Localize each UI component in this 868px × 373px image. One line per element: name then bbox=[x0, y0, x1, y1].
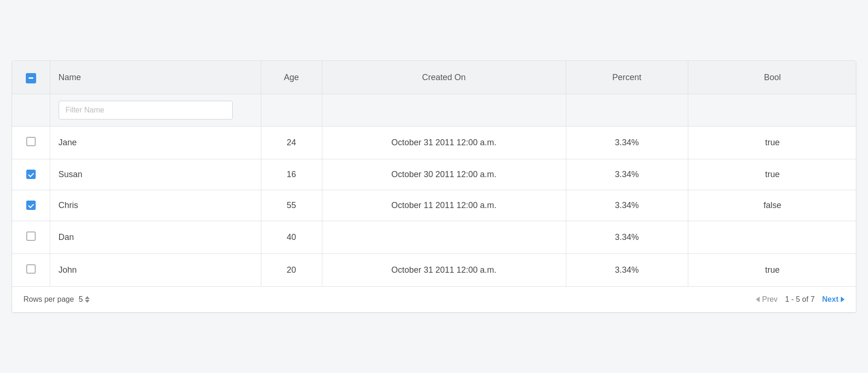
data-table: Name Age Created On Percent Bool Jane24O… bbox=[12, 60, 856, 313]
row-name: Chris bbox=[50, 190, 261, 221]
row-checkbox-cell[interactable] bbox=[12, 190, 50, 221]
row-age: 24 bbox=[261, 126, 322, 159]
row-percent: 3.34% bbox=[566, 126, 688, 159]
row-age: 16 bbox=[261, 159, 322, 190]
row-checkbox-cell[interactable] bbox=[12, 221, 50, 254]
filter-name-input[interactable] bbox=[59, 101, 233, 119]
row-checkbox[interactable] bbox=[26, 137, 36, 146]
rows-per-page-section: Rows per page 5 bbox=[23, 295, 90, 304]
table-row: John20October 31 2011 12:00 a.m.3.34%tru… bbox=[12, 254, 856, 286]
prev-label: Prev bbox=[762, 295, 777, 304]
row-checkbox-cell[interactable] bbox=[12, 126, 50, 159]
table-row: Jane24October 31 2011 12:00 a.m.3.34%tru… bbox=[12, 126, 856, 159]
column-header-bool: Bool bbox=[688, 61, 856, 94]
row-percent: 3.34% bbox=[566, 159, 688, 190]
spinner-up-icon[interactable] bbox=[85, 296, 90, 299]
row-checkbox[interactable] bbox=[26, 170, 36, 179]
row-age: 40 bbox=[261, 221, 322, 254]
table-footer: Rows per page 5 Prev 1 - 5 of 7 Next bbox=[12, 286, 856, 312]
row-bool bbox=[688, 221, 856, 254]
row-age: 55 bbox=[261, 190, 322, 221]
row-checkbox-cell[interactable] bbox=[12, 159, 50, 190]
filter-checkbox-spacer bbox=[12, 94, 50, 126]
filter-created-spacer bbox=[322, 94, 566, 126]
rows-per-page-spinner[interactable] bbox=[85, 296, 90, 303]
column-header-created-on: Created On bbox=[322, 61, 566, 94]
row-bool: true bbox=[688, 254, 856, 286]
pagination-info: 1 - 5 of 7 bbox=[785, 295, 815, 304]
filter-percent-spacer bbox=[566, 94, 688, 126]
row-created-on: October 30 2011 12:00 a.m. bbox=[322, 159, 566, 190]
filter-name-cell bbox=[50, 94, 261, 126]
row-percent: 3.34% bbox=[566, 221, 688, 254]
row-checkbox[interactable] bbox=[26, 201, 36, 210]
row-name: Susan bbox=[50, 159, 261, 190]
row-checkbox[interactable] bbox=[26, 264, 36, 274]
row-checkbox-cell[interactable] bbox=[12, 254, 50, 286]
row-bool: true bbox=[688, 126, 856, 159]
row-created-on bbox=[322, 221, 566, 254]
row-checkbox[interactable] bbox=[26, 231, 36, 241]
header-checkbox-cell[interactable] bbox=[12, 61, 50, 94]
rows-per-page-value: 5 bbox=[79, 295, 83, 304]
row-name: Jane bbox=[50, 126, 261, 159]
row-bool: false bbox=[688, 190, 856, 221]
rows-per-page-label: Rows per page bbox=[23, 295, 74, 304]
select-all-checkbox[interactable] bbox=[26, 73, 36, 83]
row-name: Dan bbox=[50, 221, 261, 254]
row-percent: 3.34% bbox=[566, 254, 688, 286]
row-percent: 3.34% bbox=[566, 190, 688, 221]
table-header-row: Name Age Created On Percent Bool bbox=[12, 61, 856, 94]
filter-row bbox=[12, 94, 856, 126]
next-button[interactable]: Next bbox=[822, 295, 845, 304]
spinner-down-icon[interactable] bbox=[85, 300, 90, 303]
row-created-on: October 31 2011 12:00 a.m. bbox=[322, 126, 566, 159]
row-bool: true bbox=[688, 159, 856, 190]
row-age: 20 bbox=[261, 254, 322, 286]
table-row: Dan403.34% bbox=[12, 221, 856, 254]
column-header-percent: Percent bbox=[566, 61, 688, 94]
rows-per-page-select[interactable]: 5 bbox=[79, 295, 90, 304]
pagination-section: Prev 1 - 5 of 7 Next bbox=[756, 295, 845, 304]
column-header-name: Name bbox=[50, 61, 261, 94]
table-row: Chris55October 11 2011 12:00 a.m.3.34%fa… bbox=[12, 190, 856, 221]
row-name: John bbox=[50, 254, 261, 286]
prev-button[interactable]: Prev bbox=[756, 295, 777, 304]
table-row: Susan16October 30 2011 12:00 a.m.3.34%tr… bbox=[12, 159, 856, 190]
next-label: Next bbox=[822, 295, 838, 304]
row-created-on: October 31 2011 12:00 a.m. bbox=[322, 254, 566, 286]
column-header-age: Age bbox=[261, 61, 322, 94]
filter-bool-spacer bbox=[688, 94, 856, 126]
row-created-on: October 11 2011 12:00 a.m. bbox=[322, 190, 566, 221]
filter-age-spacer bbox=[261, 94, 322, 126]
